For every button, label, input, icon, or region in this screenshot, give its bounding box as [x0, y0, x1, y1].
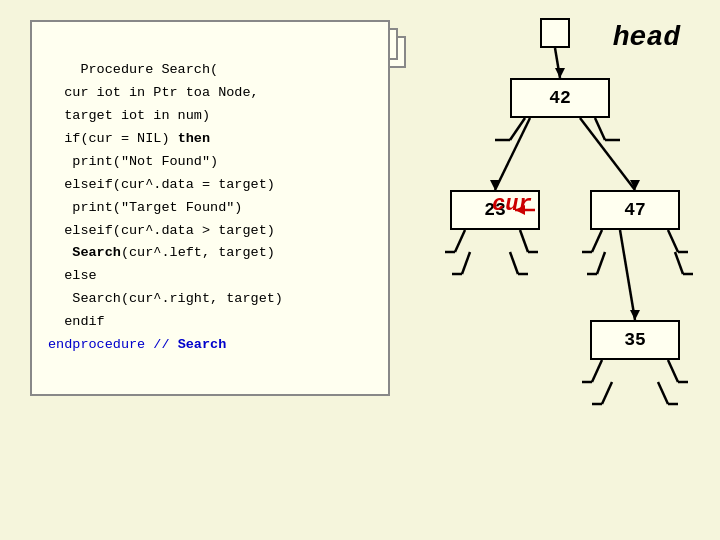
node-35: 35 — [590, 320, 680, 360]
head-pointer-box — [540, 18, 570, 48]
svg-line-30 — [510, 252, 518, 274]
svg-line-20 — [592, 360, 602, 382]
svg-line-14 — [520, 230, 528, 252]
code-card-front: Procedure Search( cur iot in Ptr toa Nod… — [30, 20, 390, 396]
svg-line-8 — [510, 118, 525, 140]
svg-line-26 — [658, 382, 668, 404]
svg-line-34 — [675, 252, 683, 274]
svg-line-32 — [597, 252, 605, 274]
svg-line-18 — [668, 230, 678, 252]
svg-line-2 — [495, 118, 530, 190]
svg-line-6 — [620, 230, 635, 320]
tree-diagram: head 42 23 47 35 cur — [440, 10, 700, 520]
node-47: 47 — [590, 190, 680, 230]
svg-line-16 — [592, 230, 602, 252]
svg-line-10 — [595, 118, 605, 140]
svg-marker-5 — [630, 180, 640, 190]
svg-line-12 — [455, 230, 465, 252]
svg-marker-1 — [555, 68, 565, 78]
svg-line-28 — [462, 252, 470, 274]
svg-line-4 — [580, 118, 635, 190]
svg-line-22 — [668, 360, 678, 382]
code-line-1: Procedure Search( cur iot in Ptr toa Nod… — [48, 62, 283, 352]
svg-line-24 — [602, 382, 612, 404]
svg-marker-3 — [490, 180, 500, 190]
node-42: 42 — [510, 78, 610, 118]
cur-label: cur — [492, 192, 532, 217]
head-label: head — [613, 22, 680, 53]
svg-marker-7 — [630, 310, 640, 320]
svg-line-0 — [555, 48, 560, 78]
